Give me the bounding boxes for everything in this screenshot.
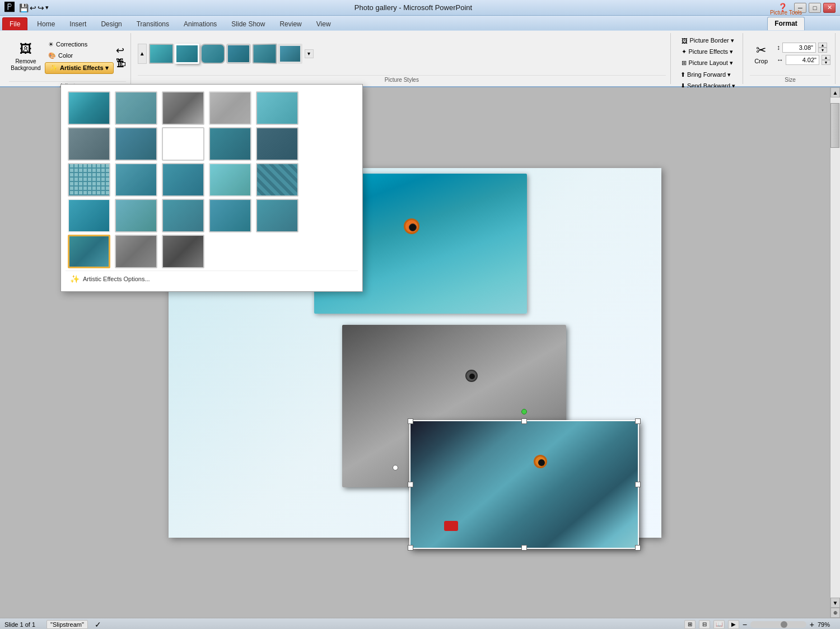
scroll-more-button[interactable]: ⊕	[830, 608, 840, 618]
window-title: Photo gallery - Microsoft PowerPoint	[49, 3, 778, 12]
effect-cutout[interactable]	[115, 199, 157, 232]
spell-check-icon[interactable]: ✓	[95, 620, 101, 629]
effect-paint-strokes[interactable]	[256, 127, 298, 161]
effect-texturizer[interactable]	[68, 127, 110, 161]
tab-review[interactable]: Review	[272, 17, 309, 30]
style-thumb-3[interactable]	[200, 44, 225, 64]
effect-pastels[interactable]	[209, 163, 251, 197]
style-thumb-1[interactable]	[149, 44, 174, 64]
effect-pencil-grayscale[interactable]	[115, 91, 157, 125]
tab-format[interactable]: Format	[767, 17, 805, 30]
reset-picture-icon[interactable]: ↩	[116, 44, 126, 57]
height-input[interactable]	[782, 43, 816, 53]
scroll-thumb[interactable]	[830, 103, 839, 148]
effect-photocopy[interactable]	[68, 235, 110, 268]
effects-options-icon: ✨	[70, 274, 80, 283]
vertical-scrollbar[interactable]: ▲ ▼ ⊕	[830, 87, 840, 618]
effect-glass[interactable]	[68, 199, 110, 232]
tab-slideshow[interactable]: Slide Show	[224, 17, 272, 30]
compress-pictures-icon[interactable]: 🗜	[116, 58, 126, 69]
effect-soft[interactable]	[162, 127, 204, 161]
slideshow-button[interactable]: ▶	[728, 620, 739, 629]
picture-styles-group-title: Picture Styles	[138, 75, 666, 84]
redo-icon[interactable]: ↪	[38, 3, 44, 12]
tab-animations[interactable]: Animations	[176, 17, 224, 30]
corrections-icon: ☀	[48, 41, 54, 48]
slide-sorter-button[interactable]: ⊟	[699, 620, 710, 629]
status-bar: Slide 1 of 1 "Slipstream" ✓ ⊞ ⊟ 📖 ▶ − + …	[0, 618, 840, 629]
width-input[interactable]	[786, 55, 819, 65]
effect-mosaic[interactable]	[256, 163, 298, 197]
effect-cement[interactable]	[162, 163, 204, 197]
crop-button[interactable]: ✂ Crop	[750, 41, 772, 67]
theme-name[interactable]: "Slipstream"	[46, 620, 88, 629]
scroll-up-button[interactable]: ▲	[830, 87, 840, 97]
remove-background-button[interactable]: 🖼 Remove Background	[9, 35, 43, 78]
artistic-effects-button[interactable]: ✨ Artistic Effects ▾	[45, 62, 114, 74]
style-thumb-4[interactable]	[226, 44, 251, 64]
ribbon: File Home Insert Design Transitions Anim…	[0, 16, 840, 87]
picture-styles-group: ▲ ▾ Picture Styles	[133, 33, 671, 84]
width-down-button[interactable]: ▼	[822, 60, 830, 65]
picture-effects-button[interactable]: ✦ Picture Effects ▾	[679, 46, 736, 57]
zoom-slider[interactable]	[750, 621, 806, 628]
picture-tools-super-tab: Picture Tools	[766, 8, 806, 17]
effect-film-grain[interactable]	[162, 199, 204, 232]
effect-watercolor[interactable]	[256, 91, 298, 125]
ribbon-content: 🖼 Remove Background ☀ Corrections 🎨 Colo…	[0, 30, 840, 86]
bring-forward-button[interactable]: ⬆ Bring Forward ▾	[678, 69, 738, 80]
effect-none[interactable]	[68, 91, 110, 125]
picture-border-button[interactable]: 🖼 Picture Border ▾	[679, 35, 736, 46]
effect-line-drawing[interactable]	[162, 91, 204, 125]
picture-layout-icon: ⊞	[682, 59, 687, 67]
effect-paint-brush[interactable]	[256, 199, 298, 232]
remove-bg-label: Remove Background	[11, 58, 40, 72]
maximize-button[interactable]: □	[809, 3, 821, 13]
height-up-button[interactable]: ▲	[818, 43, 827, 48]
width-up-button[interactable]: ▲	[822, 55, 830, 60]
color-button[interactable]: 🎨 Color	[45, 51, 114, 60]
style-thumb-5[interactable]	[252, 43, 277, 64]
style-thumb-6[interactable]	[278, 44, 302, 64]
zoom-out-button[interactable]: −	[743, 620, 747, 629]
tab-insert[interactable]: Insert	[62, 17, 94, 30]
tab-view[interactable]: View	[309, 17, 338, 30]
effect-etching[interactable]	[68, 163, 110, 197]
reading-view-button[interactable]: 📖	[713, 620, 725, 629]
picture-effects-label: Picture Effects ▾	[688, 48, 733, 55]
effect-plastic-wrap[interactable]	[162, 235, 204, 268]
zoom-in-button[interactable]: +	[810, 620, 814, 629]
effect-glow-edges[interactable]	[115, 235, 157, 268]
height-down-button[interactable]: ▼	[818, 48, 827, 53]
close-button[interactable]: ✕	[823, 3, 836, 13]
effect-blur[interactable]	[209, 127, 251, 161]
effect-glow[interactable]	[115, 127, 157, 161]
size-group-title: Size	[750, 75, 830, 84]
styles-next-button[interactable]: ▾	[305, 49, 314, 58]
bring-forward-label: Bring Forward ▾	[687, 71, 731, 78]
tab-file[interactable]: File	[2, 17, 27, 30]
arrange-col1: 🖼 Picture Border ▾ ✦ Picture Effects ▾ ⊞…	[679, 35, 736, 68]
scroll-track[interactable]	[830, 97, 840, 598]
width-spinners: ▲ ▼	[822, 55, 830, 65]
normal-view-button[interactable]: ⊞	[684, 620, 696, 629]
tab-design[interactable]: Design	[94, 17, 129, 30]
scroll-down-button[interactable]: ▼	[830, 598, 840, 608]
picture-layout-button[interactable]: ⊞ Picture Layout ▾	[679, 58, 736, 68]
zoom-level[interactable]: 79%	[818, 621, 836, 628]
color-label: Color	[58, 52, 73, 59]
undo-icon[interactable]: ↩	[30, 3, 36, 12]
artistic-effects-options-button[interactable]: ✨ Artistic Effects Options...	[66, 271, 358, 287]
effect-pencil-sketch[interactable]	[115, 163, 157, 197]
parrot-image-3[interactable]	[409, 420, 639, 549]
effect-chalk-sketch[interactable]	[209, 91, 251, 125]
arrange-group: 🖼 Picture Border ▾ ✦ Picture Effects ▾ ⊞…	[673, 33, 743, 84]
tab-home[interactable]: Home	[30, 17, 62, 30]
effect-marker[interactable]	[209, 199, 251, 232]
styles-prev-button[interactable]: ▲	[138, 44, 147, 64]
save-icon[interactable]: 💾	[19, 3, 29, 12]
style-thumb-2[interactable]	[175, 44, 199, 64]
corrections-button[interactable]: ☀ Corrections	[45, 40, 114, 49]
artistic-effects-dropdown: ✨ Artistic Effects Options...	[60, 84, 363, 292]
tab-transitions[interactable]: Transitions	[129, 17, 176, 30]
